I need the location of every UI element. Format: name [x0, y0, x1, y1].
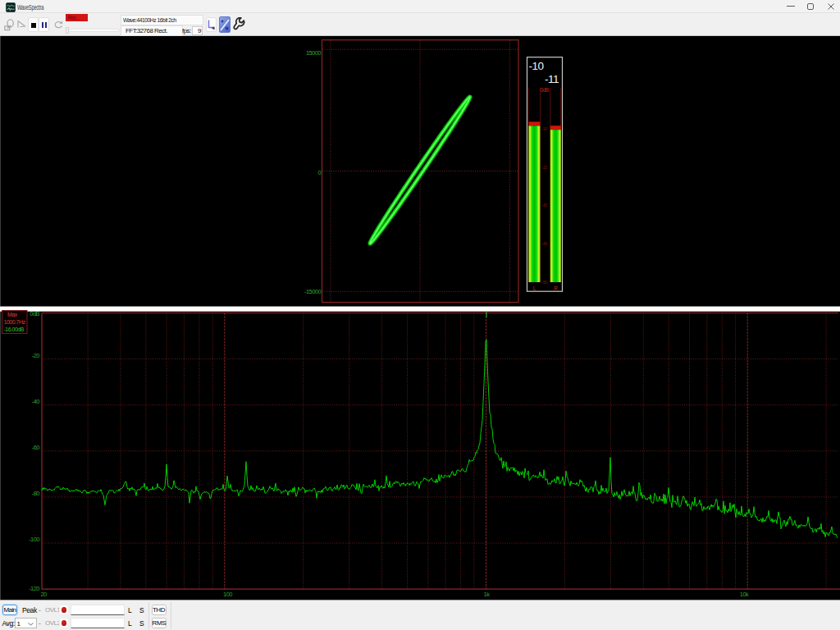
svg-text:-10: -10 — [541, 126, 547, 131]
svg-text:-120: -120 — [29, 585, 39, 592]
svg-text:-20: -20 — [32, 352, 40, 359]
svg-text:Max: Max — [7, 312, 18, 317]
svg-text:0dB: 0dB — [30, 310, 39, 317]
svg-text:-40: -40 — [541, 241, 547, 246]
svg-text:-20: -20 — [541, 165, 547, 170]
svg-text:-11: -11 — [545, 73, 559, 85]
svg-text:15000: 15000 — [306, 49, 321, 57]
svg-text:0dB: 0dB — [541, 87, 549, 93]
svg-text:-30: -30 — [541, 203, 547, 208]
svg-text:-16.00dB: -16.00dB — [4, 326, 25, 332]
svg-text:-40: -40 — [32, 398, 40, 405]
svg-text:-100: -100 — [29, 536, 39, 543]
svg-text:10k: 10k — [740, 591, 749, 598]
svg-text:-15000: -15000 — [304, 288, 321, 295]
svg-text:-80: -80 — [32, 490, 40, 497]
svg-text:-50: -50 — [541, 280, 547, 285]
svg-text:-10: -10 — [529, 60, 544, 72]
svg-text:20: 20 — [40, 591, 47, 598]
svg-text:-60: -60 — [32, 444, 40, 451]
svg-text:1000.7Hz: 1000.7Hz — [4, 319, 26, 325]
svg-text:0: 0 — [317, 169, 321, 176]
svg-text:1k: 1k — [484, 591, 491, 598]
svg-text:100: 100 — [223, 591, 232, 598]
